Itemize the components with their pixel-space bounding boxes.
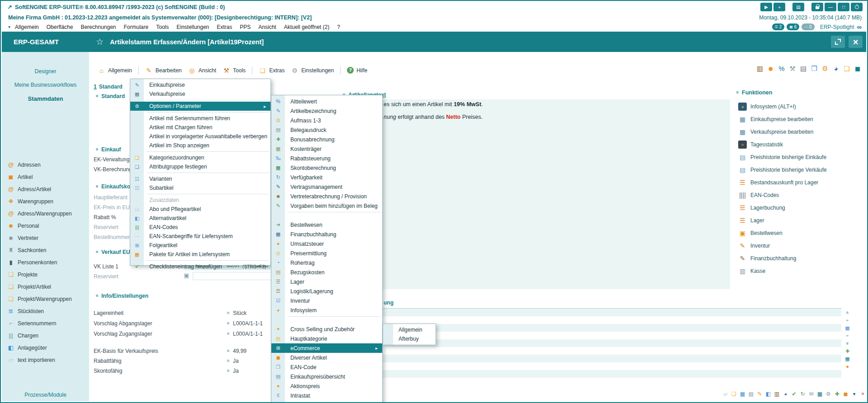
sidebar-item-seriennummern[interactable]: ⌐ Seriennummern — [2, 317, 89, 329]
menu-item-artikel-shop[interactable]: Artikel im Shop anzeigen — [130, 141, 270, 150]
subsubmenu-afterbuy[interactable]: Afterbuy — [383, 334, 436, 343]
menu-item-artikel-chargen[interactable]: Artikel mit Chargen führen — [130, 123, 270, 132]
printer-icon[interactable]: ▤ — [799, 65, 807, 72]
toolbar-tools[interactable]: ⚒ Tools — [223, 67, 246, 74]
box-icon[interactable]: ◼ — [842, 390, 849, 398]
binoculars-icon[interactable]: ∞ — [857, 23, 862, 31]
menu-tools[interactable]: Tools — [156, 24, 169, 30]
menu-item-kategoriezuordnungen[interactable]: ❏ Kategoriezuordnungen — [130, 153, 270, 162]
sidebar-item-adress-warengruppen[interactable]: @ Adress/Warengruppen — [2, 207, 89, 220]
menu-caret-icon[interactable]: ▾ — [8, 24, 10, 29]
separator[interactable] — [130, 192, 270, 196]
menu-item-artikel-verbergen[interactable]: Artikel in vorgelagerter Auswahltabelle … — [130, 132, 270, 141]
menu-extras[interactable]: Extras — [217, 24, 232, 30]
submenu-hauptkategorie[interactable]: ▤ Hauptkategorie — [271, 334, 382, 343]
sidebar-section-stammdaten[interactable]: Stammdaten — [2, 92, 89, 105]
fullscreen-button[interactable] — [831, 36, 845, 48]
submenu-diverser-artikel[interactable]: ◼ Diverser Artikel — [271, 353, 382, 362]
split-icon[interactable]: ◧ — [765, 390, 772, 398]
clipboard-icon[interactable]: ▣ — [184, 272, 189, 279]
submenu-bonusabrechnung[interactable]: ✚ Bonusabrechnung — [271, 135, 382, 144]
toolbar-allgemein[interactable]: ⌂ Allgemein — [98, 67, 132, 74]
add-window-button[interactable]: ＋ — [773, 3, 785, 11]
separator[interactable] — [130, 171, 270, 174]
menu-item-einkaufspreise[interactable]: ✎ Einkaufspreise — [130, 80, 270, 89]
record-icon[interactable]: ● — [844, 363, 851, 370]
power-button[interactable] — [851, 3, 863, 11]
sidebar-item-adressen[interactable]: @ Adressen — [2, 159, 89, 171]
sidebar-item-chargen[interactable]: ||| Chargen — [2, 329, 89, 342]
grid-icon[interactable]: ▦ — [844, 356, 851, 362]
submenu-inventur[interactable]: ☑ Inventur — [271, 296, 382, 305]
menu-hilfe[interactable]: ? — [337, 24, 340, 30]
separator[interactable] — [271, 211, 382, 220]
down-icon[interactable]: ▾ — [851, 390, 858, 398]
funktion-lagerbuchung[interactable]: ☰ Lagerbuchung — [734, 202, 868, 214]
scroll-up-icon[interactable]: ‹ — [844, 317, 851, 324]
close-button[interactable]: × — [849, 36, 863, 48]
gear-icon[interactable]: ⚙ — [821, 65, 829, 72]
menu-item-subartikel[interactable]: ☷ Subartikel — [130, 183, 270, 192]
submenu-einkaufspreisuebersicht[interactable]: ▤ Einkaufspreisübersicht — [271, 372, 382, 381]
funktion-bestandsauskunft[interactable]: ☰ Bestandsauskunft pro Lager — [734, 176, 868, 189]
sidebar-item-warengruppen[interactable]: ❖ Warengruppen — [2, 195, 89, 207]
menu-item-optionen-parameter[interactable]: ⚙ Optionen / Parameter ▸ — [130, 102, 270, 111]
submenu-bezugskosten[interactable]: ▤ Bezugskosten — [271, 267, 382, 277]
submenu-infosystem[interactable]: ◕ Infosystem — [271, 305, 382, 315]
scroll-top-icon[interactable]: « — [844, 309, 851, 316]
spacer[interactable] — [806, 3, 810, 11]
table-icon[interactable]: ▦ — [844, 325, 851, 331]
sidebar-item-projekte[interactable]: ❏ Projekte — [2, 268, 89, 281]
submenu-logistik-lagerung[interactable]: ☰ Logistik/Lagerung — [271, 286, 382, 296]
sidebar-prozesse-module[interactable]: Prozesse/Module — [2, 388, 89, 401]
maximize-button[interactable]: □ — [838, 3, 849, 11]
sidebar-item-personenkonten[interactable]: ▮ Personenkonten — [2, 256, 89, 268]
funktion-infosystem[interactable]: ◕ Infosystem (ALT+I) — [734, 100, 868, 113]
submenu-rabattsteuerung[interactable]: ‰ Rabattsteuerung — [271, 154, 382, 163]
tools-icon[interactable]: ⚒ — [788, 65, 797, 72]
toolbar-bearbeiten[interactable]: ✎ Bearbeiten — [145, 67, 182, 74]
submenu-vertreterabrechnung[interactable]: ☻ Vertreterabrechnung / Provision — [271, 192, 382, 201]
window-list-button[interactable]: ▤ — [792, 3, 804, 11]
submenu-kasse[interactable]: ▥ Kasse — [271, 400, 382, 403]
separator[interactable] — [130, 98, 270, 102]
scroll-bottom-icon[interactable]: » — [844, 340, 851, 347]
funktion-tagesstatistik[interactable]: ≈ Tagesstatistik — [734, 138, 868, 151]
submenu-rohertrag[interactable]: ◔ Rohertrag — [271, 258, 382, 267]
menu-allgemein[interactable]: Allgemein — [15, 24, 39, 30]
sidebar-item-anlagegueter[interactable]: ◧ Anlagegüter — [2, 342, 89, 354]
windows-icon[interactable]: ❐ — [810, 65, 818, 72]
refresh-icon[interactable]: ↻ — [799, 390, 806, 398]
subsubmenu-allgemein[interactable]: Allgemein — [383, 325, 436, 334]
submenu-artikelbezeichnung[interactable]: ✎ Artikelbezeichnung — [271, 106, 382, 116]
menu-aktuell-geoeffnet[interactable]: Aktuell geöffnet (2) — [284, 24, 330, 30]
sidebar-item-sachkonten[interactable]: ♜ Sachkonten — [2, 244, 89, 256]
menu-item-checklisteneintrag[interactable]: ✔ Checklisteneintrag hinzufügen (STRG+F3… — [130, 262, 270, 271]
separator[interactable] — [340, 66, 341, 75]
separator[interactable] — [138, 66, 139, 75]
spacer[interactable] — [787, 3, 791, 11]
funktion-ean-codes[interactable]: |||| EAN-Codes — [734, 189, 868, 202]
funktion-inventur[interactable]: ✎ Inventur — [734, 239, 868, 252]
menu-ansicht[interactable]: Ansicht — [258, 24, 276, 30]
reserviert-field[interactable] — [193, 272, 271, 280]
menu-item-attributgruppe[interactable]: ❏ Attributgruppe festlegen — [130, 162, 270, 171]
badge-other[interactable]: ⋯0 — [802, 23, 815, 30]
save-icon[interactable]: ◼ — [854, 65, 862, 72]
submenu-intrastat[interactable]: € Intrastat — [271, 391, 382, 400]
menu-item-alternativartikel[interactable]: ◧ Alternativartikel — [130, 214, 270, 223]
sidebar-item-adress-artikel[interactable]: @ Adress/Artikel — [2, 183, 89, 195]
funktion-finanzbuchhaltung[interactable]: ✎ Finanzbuchhaltung — [734, 252, 868, 265]
submenu-lager[interactable]: ☰ Lager — [271, 277, 382, 286]
toolbar-einstellungen[interactable]: ⚙ Einstellungen — [291, 67, 334, 74]
folder-icon[interactable]: ❏ — [843, 65, 851, 72]
user-icon[interactable]: ☻ — [767, 65, 775, 72]
sidebar-item-artikel[interactable]: ◼ Artikel — [2, 171, 89, 183]
menu-pps[interactable]: PPS — [240, 24, 251, 30]
funktion-kasse[interactable]: ▥ Kasse — [734, 265, 868, 277]
funktion-preishistorie-verkaeufe[interactable]: ▤ Preishistorie bisherige Verkäufe — [734, 164, 868, 176]
cabinet-icon[interactable]: ▥ — [756, 65, 764, 72]
edit-icon[interactable]: ✎ — [756, 390, 763, 398]
submenu-umsatzsteuer[interactable]: ● Umsatzsteuer — [271, 239, 382, 248]
submenu-aktionspreis[interactable]: ● Aktionspreis — [271, 381, 382, 391]
